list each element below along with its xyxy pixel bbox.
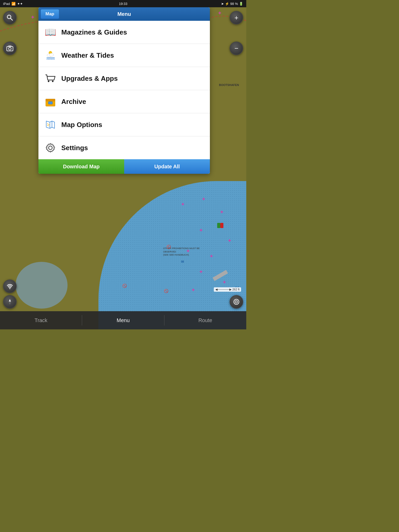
menu-item-magazines[interactable]: 📖 Magazines & Guides	[38, 21, 210, 44]
bluetooth-icon: ⚡	[225, 2, 229, 6]
svg-marker-6	[9, 299, 11, 302]
battery-icon: 🔋	[239, 2, 243, 6]
weather-label: Weather & Tides	[61, 51, 114, 59]
camera-button[interactable]	[3, 42, 17, 55]
menu-title: Menu	[117, 11, 131, 17]
compass-button[interactable]	[3, 295, 17, 309]
svg-line-1	[11, 18, 13, 21]
svg-point-5	[9, 288, 10, 289]
upgrades-label: Upgrades & Apps	[61, 75, 118, 83]
upgrades-icon	[44, 72, 57, 85]
nav-marker-green	[217, 223, 220, 228]
track-label: Track	[35, 317, 47, 323]
battery-text: 98 %	[230, 2, 238, 6]
magazines-label: Magazines & Guides	[61, 28, 127, 36]
location-icon: ➤	[221, 2, 224, 6]
svg-point-21	[49, 146, 52, 150]
settings-label: Settings	[61, 144, 88, 152]
water-inlet	[16, 262, 68, 309]
svg-point-3	[9, 48, 11, 50]
signal-icon: ✦✦	[17, 2, 23, 6]
weather-icon	[44, 49, 57, 62]
nav-marker-red	[220, 223, 223, 228]
update-all-button[interactable]: Update All	[124, 159, 210, 174]
svg-point-10	[236, 302, 237, 302]
bootshafen-label: BOOTSHAFEN	[219, 83, 239, 87]
svg-rect-18	[48, 102, 52, 104]
magazines-icon: 📖	[44, 25, 57, 39]
archive-label: Archive	[61, 98, 86, 106]
minus-icon: −	[234, 45, 238, 52]
toolbar-track[interactable]: Track	[0, 311, 82, 329]
menu-item-archive[interactable]: Archive	[38, 90, 210, 113]
svg-point-15	[52, 81, 54, 82]
archive-icon	[44, 95, 57, 108]
status-right: ➤ ⚡ 98 % 🔋	[221, 2, 243, 6]
menu-item-settings[interactable]: Settings	[38, 136, 210, 159]
map-marker-water: ✚	[223, 280, 225, 283]
route-label: Route	[198, 317, 212, 323]
zoom-in-button[interactable]: +	[230, 11, 243, 24]
map-marker-water: ✚	[220, 210, 223, 212]
map-marker: ✚	[218, 11, 221, 14]
zoom-out-button[interactable]: −	[230, 42, 243, 55]
map-marker-water: ✚	[187, 249, 189, 251]
menu-bottom-buttons: Download Map Update All	[38, 159, 210, 174]
wifi-icon: 📶	[11, 2, 16, 6]
map-marker-water: ✚	[192, 288, 194, 290]
svg-marker-7	[9, 302, 11, 305]
svg-rect-17	[46, 99, 55, 101]
map-button[interactable]: Map	[41, 9, 59, 19]
map-marker-water: ✚	[200, 228, 202, 231]
prohibition-sign: 🚫	[122, 284, 127, 288]
layers-button[interactable]	[230, 295, 243, 309]
mapoptions-label: Map Options	[61, 121, 102, 129]
map-marker-water: ✚	[181, 202, 184, 205]
device-name: iPad	[3, 2, 10, 6]
prohibition-sign: 🚫	[164, 289, 168, 293]
menu-label: Menu	[117, 317, 130, 323]
map-marker-water: ✚	[228, 238, 231, 241]
map-marker: ✚	[31, 15, 34, 18]
svg-point-14	[48, 81, 49, 82]
menu-list: 📖 Magazines & Guides Weather & Tides	[38, 21, 210, 159]
menu-item-upgrades[interactable]: Upgrades & Apps	[38, 67, 210, 90]
menu-item-weather[interactable]: Weather & Tides	[38, 44, 210, 67]
map-marker-water: ✚	[200, 270, 202, 272]
status-time: 19:33	[119, 2, 128, 6]
menu-header: Map Menu	[38, 7, 210, 21]
bottom-toolbar: Track Menu Route	[0, 311, 246, 329]
svg-point-13	[49, 53, 54, 56]
settings-icon	[44, 141, 57, 155]
status-bar: iPad 📶 ✦✦ 19:33 ➤ ⚡ 98 % 🔋	[0, 0, 246, 7]
prohibition-sign: 🚫	[167, 245, 171, 249]
mapoptions-icon	[44, 118, 57, 131]
depth-label-08: 08	[181, 260, 184, 263]
scale-indicator: ◀──────▶ 262 ft	[214, 287, 241, 292]
toolbar-route[interactable]: Route	[164, 311, 246, 329]
search-button[interactable]	[3, 11, 17, 24]
wifi-button[interactable]	[3, 280, 17, 293]
map-marker-water: ✚	[202, 197, 205, 200]
plus-icon: +	[234, 14, 238, 21]
status-left: iPad 📶 ✦✦	[3, 2, 23, 6]
menu-item-mapoptions[interactable]: Map Options	[38, 113, 210, 136]
menu-modal: Map Menu 📖 Magazines & Guides Weather & …	[38, 7, 210, 174]
download-map-button[interactable]: Download Map	[38, 159, 124, 174]
map-marker-water: ✚	[210, 254, 212, 257]
toolbar-menu[interactable]: Menu	[82, 311, 164, 329]
